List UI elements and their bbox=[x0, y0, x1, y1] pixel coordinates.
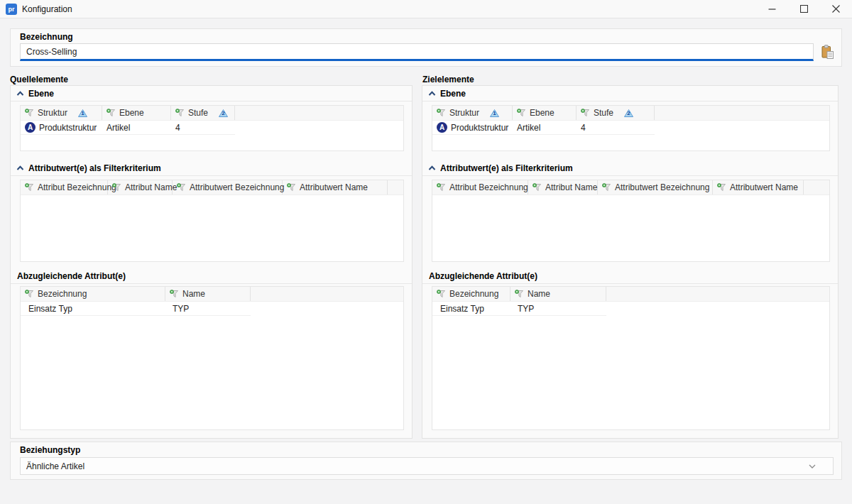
chevron-up-icon[interactable] bbox=[428, 165, 436, 171]
column-label: Struktur bbox=[449, 108, 479, 118]
filter-icon[interactable] bbox=[106, 109, 116, 117]
paste-button[interactable] bbox=[819, 43, 837, 62]
table-row[interactable]: Einsatz Typ TYP bbox=[21, 302, 403, 316]
sort-ascending-icon: 1 bbox=[78, 109, 87, 117]
sort-ascending-icon: 2 bbox=[624, 109, 633, 117]
filter-icon[interactable] bbox=[717, 183, 726, 192]
column-header-ebene[interactable]: Ebene bbox=[102, 106, 171, 120]
column-header-attribut-bezeichnung[interactable]: Attribut Bezeichnung bbox=[21, 180, 108, 195]
ebene-table-header: Struktur 1 Ebene bbox=[21, 106, 403, 121]
filter-icon[interactable] bbox=[25, 290, 34, 298]
column-label: Name bbox=[528, 289, 550, 299]
filterkriterium-table-header: Attribut Bezeichnung Attribut Name bbox=[432, 180, 829, 195]
column-label: Ebene bbox=[530, 108, 555, 118]
column-header-stufe[interactable]: Stufe 2 bbox=[171, 106, 235, 120]
column-header-filler bbox=[388, 180, 403, 195]
bezeichnung-input[interactable] bbox=[20, 43, 814, 61]
column-header-name[interactable]: Name bbox=[510, 287, 606, 301]
filter-icon[interactable] bbox=[25, 109, 34, 117]
filterkriterium-section-header[interactable]: Attributwert(e) als Filterkriterium bbox=[11, 161, 412, 176]
filter-icon[interactable] bbox=[170, 290, 179, 298]
column-label: Name bbox=[182, 289, 205, 299]
column-label: Stufe bbox=[188, 108, 208, 118]
column-label: Attribut Bezeichnung bbox=[38, 182, 116, 192]
cell-bezeichnung: Einsatz Typ bbox=[21, 302, 165, 316]
column-header-ebene[interactable]: Ebene bbox=[513, 106, 577, 120]
cell-stufe: 4 bbox=[171, 121, 235, 135]
minimize-button[interactable] bbox=[756, 0, 788, 18]
column-header-attributwert-name[interactable]: Attributwert Name bbox=[283, 180, 388, 195]
cell-struktur: A Produktstruktur bbox=[432, 121, 513, 135]
panel-quellelemente: Ebene Struktur 1 bbox=[10, 85, 413, 439]
column-label: Ebene bbox=[119, 108, 144, 118]
filterkriterium-section-label: Attributwert(e) als Filterkriterium bbox=[28, 163, 161, 173]
filterkriterium-table: Attribut Bezeichnung Attribut Name bbox=[20, 180, 404, 262]
beziehungstyp-section: Beziehungstyp Ähnliche Artikel bbox=[10, 442, 842, 480]
column-label: Stufe bbox=[594, 108, 613, 118]
filter-icon[interactable] bbox=[25, 183, 34, 192]
column-header-filler bbox=[655, 106, 829, 120]
table-row[interactable]: Einsatz Typ TYP bbox=[432, 302, 829, 316]
abzugleichende-table: Bezeichnung Name Einsatz Typ TYP bbox=[432, 286, 830, 430]
ebene-section-header[interactable]: Ebene bbox=[11, 87, 412, 102]
column-header-attributwert-bezeichnung[interactable]: Attributwert Bezeichnung bbox=[598, 180, 713, 195]
column-header-bezeichnung[interactable]: Bezeichnung bbox=[432, 287, 510, 301]
ebene-table: Struktur 1 Ebene bbox=[432, 105, 830, 151]
ebene-section-label: Ebene bbox=[28, 89, 54, 99]
abzugleichende-table-header: Bezeichnung Name bbox=[21, 287, 403, 302]
cell-struktur: A Produktstruktur bbox=[21, 121, 102, 135]
produktstruktur-icon: A bbox=[437, 122, 447, 133]
filterkriterium-table-header: Attribut Bezeichnung Attribut Name bbox=[21, 180, 403, 195]
close-icon bbox=[832, 5, 840, 13]
chevron-up-icon[interactable] bbox=[16, 165, 24, 171]
table-row[interactable]: A Produktstruktur Artikel 4 bbox=[21, 121, 403, 135]
filter-icon[interactable] bbox=[581, 109, 590, 117]
column-header-struktur[interactable]: Struktur 1 bbox=[432, 106, 513, 120]
column-header-stufe[interactable]: Stufe 2 bbox=[577, 106, 655, 120]
beziehungstyp-dropdown[interactable]: Ähnliche Artikel bbox=[20, 457, 834, 475]
column-label: Attributwert Name bbox=[300, 182, 368, 192]
column-header-attributwert-name[interactable]: Attributwert Name bbox=[713, 180, 804, 195]
cell-name: TYP bbox=[510, 302, 606, 316]
ebene-section-header[interactable]: Ebene bbox=[422, 87, 838, 102]
filter-icon[interactable] bbox=[532, 183, 542, 192]
column-header-attribut-bezeichnung[interactable]: Attribut Bezeichnung bbox=[432, 180, 528, 195]
column-label: Bezeichnung bbox=[38, 289, 87, 299]
column-header-attribut-name[interactable]: Attribut Name bbox=[108, 180, 173, 195]
filter-icon[interactable] bbox=[602, 183, 611, 192]
close-button[interactable] bbox=[820, 0, 852, 18]
filter-icon[interactable] bbox=[517, 109, 526, 117]
column-label: Attributwert Name bbox=[730, 182, 798, 192]
column-label: Attribut Name bbox=[545, 182, 597, 192]
column-header-bezeichnung[interactable]: Bezeichnung bbox=[21, 287, 165, 301]
filter-icon[interactable] bbox=[112, 183, 121, 192]
filterkriterium-section-header[interactable]: Attributwert(e) als Filterkriterium bbox=[422, 161, 838, 176]
filter-icon[interactable] bbox=[437, 290, 446, 298]
column-header-attributwert-bezeichnung[interactable]: Attributwert Bezeichnung bbox=[173, 180, 283, 195]
filter-icon[interactable] bbox=[515, 290, 524, 298]
filter-icon[interactable] bbox=[437, 183, 446, 192]
abzugleichende-section-header: Abzugleichende Attribut(e) bbox=[11, 269, 412, 284]
filter-icon[interactable] bbox=[287, 183, 296, 192]
table-row[interactable]: A Produktstruktur Artikel 4 bbox=[432, 121, 829, 135]
column-header-attribut-name[interactable]: Attribut Name bbox=[528, 180, 598, 195]
cell-ebene: Artikel bbox=[513, 121, 577, 135]
column-label: Struktur bbox=[38, 108, 67, 118]
column-header-name[interactable]: Name bbox=[165, 287, 251, 301]
sort-ascending-icon: 2 bbox=[219, 109, 228, 117]
cell-stufe: 4 bbox=[577, 121, 655, 135]
cell-bezeichnung: Einsatz Typ bbox=[432, 302, 510, 316]
column-label: Attribut Name bbox=[125, 182, 177, 192]
panel-zielelemente: Ebene Struktur 1 bbox=[422, 85, 839, 439]
bezeichnung-section: Bezeichnung bbox=[10, 28, 842, 67]
maximize-button[interactable] bbox=[788, 0, 820, 18]
app-icon: pr bbox=[6, 4, 17, 15]
chevron-up-icon[interactable] bbox=[16, 91, 24, 97]
filter-icon[interactable] bbox=[177, 183, 186, 192]
clipboard-paste-icon bbox=[821, 45, 834, 60]
cell-name: TYP bbox=[165, 302, 251, 316]
filter-icon[interactable] bbox=[437, 109, 446, 117]
chevron-up-icon[interactable] bbox=[428, 91, 436, 97]
filter-icon[interactable] bbox=[175, 109, 185, 117]
column-header-struktur[interactable]: Struktur 1 bbox=[21, 106, 102, 120]
